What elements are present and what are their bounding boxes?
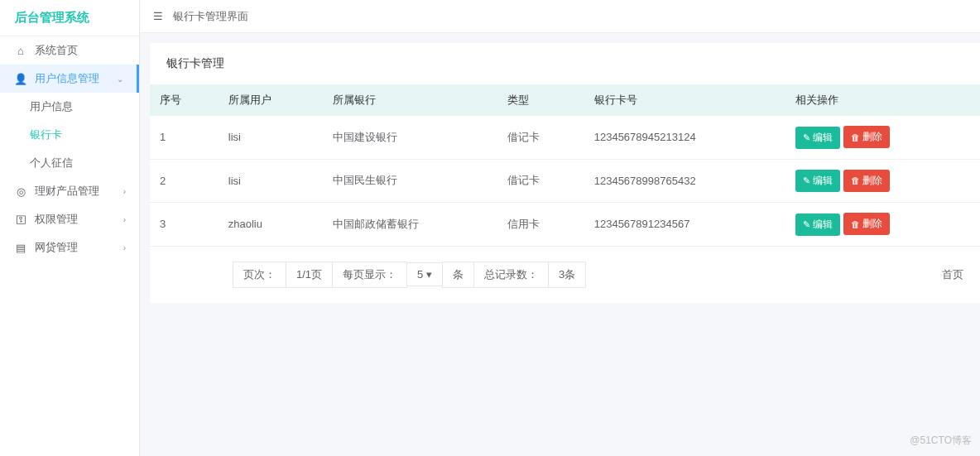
main-area: ☰ 银行卡管理界面 银行卡管理 序号 所属用户 所属银行 类型 银行卡号 相关操… <box>140 0 980 456</box>
pagination-first-link[interactable]: 首页 <box>942 267 963 282</box>
cell-no: 3 <box>150 203 219 247</box>
edit-button[interactable]: ✎编辑 <box>795 214 840 236</box>
chevron-right-icon: › <box>123 215 126 224</box>
sidebar-item-label: 银行卡 <box>30 127 62 142</box>
trash-icon: 🗑 <box>851 132 860 142</box>
sidebar-item-home[interactable]: ⌂ 系统首页 <box>0 36 139 65</box>
cell-cardno: 12345678998765432 <box>584 159 785 203</box>
page-value: 1/1页 <box>286 262 333 288</box>
cell-cardno: 1234567891234567 <box>584 203 785 247</box>
trash-icon: 🗑 <box>851 175 860 185</box>
cell-bank: 中国民生银行 <box>323 159 498 203</box>
per-page-unit: 条 <box>442 262 474 288</box>
sidebar-item-label: 权限管理 <box>35 212 78 227</box>
cell-no: 2 <box>150 159 219 203</box>
pencil-icon: ✎ <box>803 219 810 230</box>
sidebar-item-label: 用户信息管理 <box>35 71 99 86</box>
sidebar: 后台管理系统 ⌂ 系统首页 👤 用户信息管理 ⌄ 用户信息 银行卡 个人征信 <box>0 0 140 456</box>
total-value: 3条 <box>548 262 586 288</box>
sidebar-item-user-mgmt[interactable]: 👤 用户信息管理 ⌄ <box>0 65 139 93</box>
trash-icon: 🗑 <box>851 219 860 229</box>
col-ops: 相关操作 <box>785 84 980 116</box>
per-page-label: 每页显示： <box>332 262 407 288</box>
chevron-down-icon: ⌄ <box>117 74 123 84</box>
table-row: 1lisi中国建设银行借记卡12345678945213124✎编辑🗑删除 <box>150 116 980 159</box>
cell-no: 1 <box>150 116 219 159</box>
cell-ops: ✎编辑🗑删除 <box>785 159 980 203</box>
sidebar-item-label: 系统首页 <box>35 43 78 58</box>
total-label: 总记录数： <box>473 262 549 288</box>
cell-ops: ✎编辑🗑删除 <box>785 116 980 159</box>
per-page-value: 5 <box>417 268 423 281</box>
watermark: @51CTO博客 <box>910 434 972 448</box>
sidebar-item-label: 理财产品管理 <box>35 184 99 199</box>
breadcrumb: 银行卡管理界面 <box>173 9 248 24</box>
cell-bank: 中国邮政储蓄银行 <box>323 203 498 247</box>
pencil-icon: ✎ <box>803 132 810 143</box>
col-type: 类型 <box>497 84 584 116</box>
sidebar-item-loan[interactable]: ▤ 网贷管理 › <box>0 233 139 262</box>
app-logo: 后台管理系统 <box>0 0 139 36</box>
cell-bank: 中国建设银行 <box>323 116 498 159</box>
topbar: ☰ 银行卡管理界面 <box>140 0 980 33</box>
caret-down-icon: ▾ <box>426 268 432 281</box>
cell-user: zhaoliu <box>219 203 323 247</box>
delete-button[interactable]: 🗑删除 <box>843 170 890 192</box>
cell-cardno: 12345678945213124 <box>584 116 785 159</box>
card: 银行卡管理 序号 所属用户 所属银行 类型 银行卡号 相关操作 1lisi中国建… <box>150 43 980 303</box>
chevron-right-icon: › <box>123 187 126 196</box>
product-icon: ◎ <box>13 185 28 198</box>
chevron-right-icon: › <box>123 243 126 252</box>
hamburger-icon[interactable]: ☰ <box>153 10 163 22</box>
content: 银行卡管理 序号 所属用户 所属银行 类型 银行卡号 相关操作 1lisi中国建… <box>140 33 980 303</box>
card-title: 银行卡管理 <box>150 43 980 84</box>
bank-card-table: 序号 所属用户 所属银行 类型 银行卡号 相关操作 1lisi中国建设银行借记卡… <box>150 84 980 247</box>
per-page-select[interactable]: 5 ▾ <box>406 262 443 286</box>
edit-button[interactable]: ✎编辑 <box>795 170 840 192</box>
sidebar-submenu-user: 用户信息 银行卡 个人征信 <box>0 93 139 177</box>
edit-button[interactable]: ✎编辑 <box>795 127 840 149</box>
cell-type: 借记卡 <box>497 116 584 159</box>
sidebar-item-label: 用户信息 <box>30 99 73 114</box>
user-icon: 👤 <box>13 73 28 85</box>
cell-user: lisi <box>219 159 323 203</box>
sidebar-item-user-info[interactable]: 用户信息 <box>0 93 139 121</box>
table-row: 3zhaoliu中国邮政储蓄银行信用卡1234567891234567✎编辑🗑删… <box>150 203 980 247</box>
home-icon: ⌂ <box>13 45 28 57</box>
sidebar-menu: ⌂ 系统首页 👤 用户信息管理 ⌄ 用户信息 银行卡 个人征信 ◎ <box>0 36 139 456</box>
sidebar-item-credit[interactable]: 个人征信 <box>0 149 139 177</box>
sidebar-item-label: 网贷管理 <box>35 240 78 255</box>
sidebar-item-bank-card[interactable]: 银行卡 <box>0 121 139 149</box>
cell-ops: ✎编辑🗑删除 <box>785 203 980 247</box>
delete-button[interactable]: 🗑删除 <box>843 213 890 235</box>
sidebar-item-auth[interactable]: ⚿ 权限管理 › <box>0 205 139 233</box>
loan-icon: ▤ <box>13 242 28 254</box>
cell-type: 信用卡 <box>497 203 584 247</box>
col-user: 所属用户 <box>219 84 323 116</box>
col-cardno: 银行卡号 <box>584 84 785 116</box>
pencil-icon: ✎ <box>803 175 810 186</box>
col-bank: 所属银行 <box>323 84 498 116</box>
pagination: 页次： 1/1页 每页显示： 5 ▾ 条 总记录数： 3条 首页 <box>150 247 980 303</box>
delete-button[interactable]: 🗑删除 <box>843 126 890 148</box>
cell-user: lisi <box>219 116 323 159</box>
table-header-row: 序号 所属用户 所属银行 类型 银行卡号 相关操作 <box>150 84 980 116</box>
key-icon: ⚿ <box>13 214 28 226</box>
sidebar-item-wealth[interactable]: ◎ 理财产品管理 › <box>0 177 139 205</box>
page-label: 页次： <box>233 262 286 288</box>
table-row: 2lisi中国民生银行借记卡12345678998765432✎编辑🗑删除 <box>150 159 980 203</box>
sidebar-item-label: 个人征信 <box>30 156 73 170</box>
cell-type: 借记卡 <box>497 159 584 203</box>
col-no: 序号 <box>150 84 219 116</box>
